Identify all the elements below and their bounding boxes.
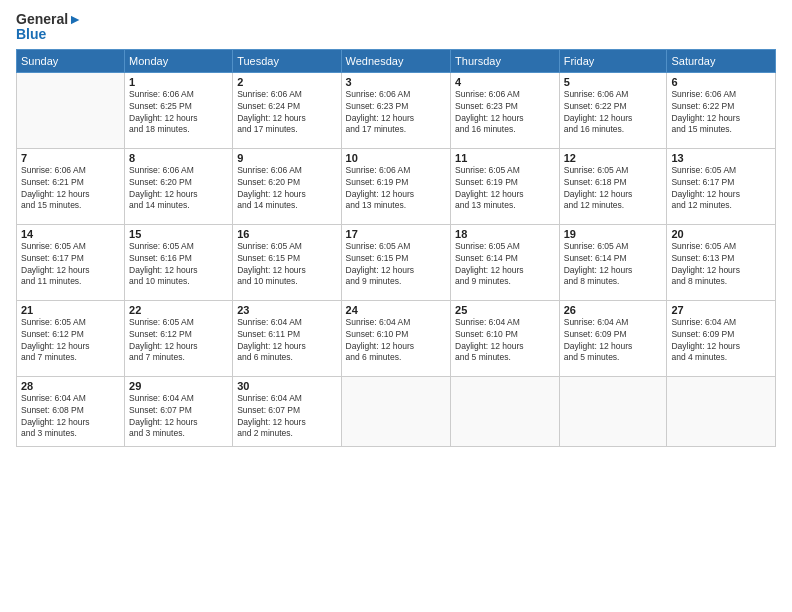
calendar-cell: 3Sunrise: 6:06 AMSunset: 6:23 PMDaylight… (341, 72, 451, 148)
header: General► Blue (16, 12, 776, 43)
calendar-cell (341, 376, 451, 446)
day-info: Sunrise: 6:04 AMSunset: 6:11 PMDaylight:… (237, 317, 336, 365)
day-number: 11 (455, 152, 555, 164)
logo: General► Blue (16, 12, 82, 43)
calendar-cell: 18Sunrise: 6:05 AMSunset: 6:14 PMDayligh… (451, 224, 560, 300)
day-number: 8 (129, 152, 228, 164)
day-info: Sunrise: 6:06 AMSunset: 6:23 PMDaylight:… (346, 89, 447, 137)
day-info: Sunrise: 6:04 AMSunset: 6:10 PMDaylight:… (455, 317, 555, 365)
day-number: 1 (129, 76, 228, 88)
day-number: 6 (671, 76, 771, 88)
calendar-cell: 26Sunrise: 6:04 AMSunset: 6:09 PMDayligh… (559, 300, 667, 376)
calendar-cell (559, 376, 667, 446)
day-number: 7 (21, 152, 120, 164)
calendar-cell: 4Sunrise: 6:06 AMSunset: 6:23 PMDaylight… (451, 72, 560, 148)
day-number: 4 (455, 76, 555, 88)
weekday-header-monday: Monday (125, 49, 233, 72)
day-info: Sunrise: 6:05 AMSunset: 6:12 PMDaylight:… (129, 317, 228, 365)
day-number: 22 (129, 304, 228, 316)
day-info: Sunrise: 6:04 AMSunset: 6:07 PMDaylight:… (237, 393, 336, 441)
day-info: Sunrise: 6:06 AMSunset: 6:22 PMDaylight:… (671, 89, 771, 137)
calendar-cell: 5Sunrise: 6:06 AMSunset: 6:22 PMDaylight… (559, 72, 667, 148)
day-info: Sunrise: 6:05 AMSunset: 6:15 PMDaylight:… (237, 241, 336, 289)
day-info: Sunrise: 6:06 AMSunset: 6:20 PMDaylight:… (237, 165, 336, 213)
calendar-cell: 2Sunrise: 6:06 AMSunset: 6:24 PMDaylight… (233, 72, 341, 148)
day-info: Sunrise: 6:05 AMSunset: 6:17 PMDaylight:… (671, 165, 771, 213)
calendar-cell (667, 376, 776, 446)
calendar-cell: 22Sunrise: 6:05 AMSunset: 6:12 PMDayligh… (125, 300, 233, 376)
weekday-header-thursday: Thursday (451, 49, 560, 72)
calendar-cell: 30Sunrise: 6:04 AMSunset: 6:07 PMDayligh… (233, 376, 341, 446)
day-number: 23 (237, 304, 336, 316)
day-info: Sunrise: 6:04 AMSunset: 6:07 PMDaylight:… (129, 393, 228, 441)
day-info: Sunrise: 6:05 AMSunset: 6:14 PMDaylight:… (455, 241, 555, 289)
calendar-cell (17, 72, 125, 148)
day-number: 9 (237, 152, 336, 164)
day-number: 28 (21, 380, 120, 392)
calendar-cell: 25Sunrise: 6:04 AMSunset: 6:10 PMDayligh… (451, 300, 560, 376)
calendar-cell: 9Sunrise: 6:06 AMSunset: 6:20 PMDaylight… (233, 148, 341, 224)
day-number: 25 (455, 304, 555, 316)
day-info: Sunrise: 6:06 AMSunset: 6:22 PMDaylight:… (564, 89, 663, 137)
day-number: 27 (671, 304, 771, 316)
calendar-cell: 28Sunrise: 6:04 AMSunset: 6:08 PMDayligh… (17, 376, 125, 446)
day-number: 18 (455, 228, 555, 240)
calendar-cell: 1Sunrise: 6:06 AMSunset: 6:25 PMDaylight… (125, 72, 233, 148)
calendar-cell: 13Sunrise: 6:05 AMSunset: 6:17 PMDayligh… (667, 148, 776, 224)
calendar-cell: 19Sunrise: 6:05 AMSunset: 6:14 PMDayligh… (559, 224, 667, 300)
day-number: 2 (237, 76, 336, 88)
day-info: Sunrise: 6:04 AMSunset: 6:10 PMDaylight:… (346, 317, 447, 365)
day-number: 12 (564, 152, 663, 164)
weekday-header-friday: Friday (559, 49, 667, 72)
day-info: Sunrise: 6:04 AMSunset: 6:09 PMDaylight:… (671, 317, 771, 365)
day-info: Sunrise: 6:05 AMSunset: 6:14 PMDaylight:… (564, 241, 663, 289)
day-number: 26 (564, 304, 663, 316)
weekday-header-sunday: Sunday (17, 49, 125, 72)
weekday-header-tuesday: Tuesday (233, 49, 341, 72)
day-number: 20 (671, 228, 771, 240)
day-info: Sunrise: 6:05 AMSunset: 6:16 PMDaylight:… (129, 241, 228, 289)
weekday-header-saturday: Saturday (667, 49, 776, 72)
day-number: 21 (21, 304, 120, 316)
calendar-cell: 12Sunrise: 6:05 AMSunset: 6:18 PMDayligh… (559, 148, 667, 224)
calendar-cell: 6Sunrise: 6:06 AMSunset: 6:22 PMDaylight… (667, 72, 776, 148)
calendar-cell: 11Sunrise: 6:05 AMSunset: 6:19 PMDayligh… (451, 148, 560, 224)
calendar: SundayMondayTuesdayWednesdayThursdayFrid… (16, 49, 776, 447)
day-info: Sunrise: 6:05 AMSunset: 6:13 PMDaylight:… (671, 241, 771, 289)
day-number: 13 (671, 152, 771, 164)
day-info: Sunrise: 6:05 AMSunset: 6:18 PMDaylight:… (564, 165, 663, 213)
day-info: Sunrise: 6:06 AMSunset: 6:23 PMDaylight:… (455, 89, 555, 137)
calendar-cell (451, 376, 560, 446)
day-info: Sunrise: 6:05 AMSunset: 6:15 PMDaylight:… (346, 241, 447, 289)
weekday-header-wednesday: Wednesday (341, 49, 451, 72)
day-info: Sunrise: 6:05 AMSunset: 6:12 PMDaylight:… (21, 317, 120, 365)
calendar-cell: 10Sunrise: 6:06 AMSunset: 6:19 PMDayligh… (341, 148, 451, 224)
day-number: 17 (346, 228, 447, 240)
day-number: 16 (237, 228, 336, 240)
calendar-cell: 23Sunrise: 6:04 AMSunset: 6:11 PMDayligh… (233, 300, 341, 376)
day-number: 29 (129, 380, 228, 392)
day-number: 30 (237, 380, 336, 392)
day-number: 10 (346, 152, 447, 164)
calendar-cell: 16Sunrise: 6:05 AMSunset: 6:15 PMDayligh… (233, 224, 341, 300)
day-info: Sunrise: 6:06 AMSunset: 6:25 PMDaylight:… (129, 89, 228, 137)
calendar-cell: 27Sunrise: 6:04 AMSunset: 6:09 PMDayligh… (667, 300, 776, 376)
day-info: Sunrise: 6:05 AMSunset: 6:17 PMDaylight:… (21, 241, 120, 289)
calendar-cell: 15Sunrise: 6:05 AMSunset: 6:16 PMDayligh… (125, 224, 233, 300)
day-info: Sunrise: 6:06 AMSunset: 6:19 PMDaylight:… (346, 165, 447, 213)
calendar-cell: 21Sunrise: 6:05 AMSunset: 6:12 PMDayligh… (17, 300, 125, 376)
day-info: Sunrise: 6:04 AMSunset: 6:09 PMDaylight:… (564, 317, 663, 365)
calendar-cell: 20Sunrise: 6:05 AMSunset: 6:13 PMDayligh… (667, 224, 776, 300)
day-number: 24 (346, 304, 447, 316)
day-number: 14 (21, 228, 120, 240)
calendar-cell: 8Sunrise: 6:06 AMSunset: 6:20 PMDaylight… (125, 148, 233, 224)
day-info: Sunrise: 6:06 AMSunset: 6:21 PMDaylight:… (21, 165, 120, 213)
calendar-cell: 14Sunrise: 6:05 AMSunset: 6:17 PMDayligh… (17, 224, 125, 300)
calendar-cell: 29Sunrise: 6:04 AMSunset: 6:07 PMDayligh… (125, 376, 233, 446)
day-number: 3 (346, 76, 447, 88)
day-info: Sunrise: 6:05 AMSunset: 6:19 PMDaylight:… (455, 165, 555, 213)
calendar-cell: 7Sunrise: 6:06 AMSunset: 6:21 PMDaylight… (17, 148, 125, 224)
logo-text: General► Blue (16, 12, 82, 43)
day-info: Sunrise: 6:04 AMSunset: 6:08 PMDaylight:… (21, 393, 120, 441)
calendar-cell: 17Sunrise: 6:05 AMSunset: 6:15 PMDayligh… (341, 224, 451, 300)
